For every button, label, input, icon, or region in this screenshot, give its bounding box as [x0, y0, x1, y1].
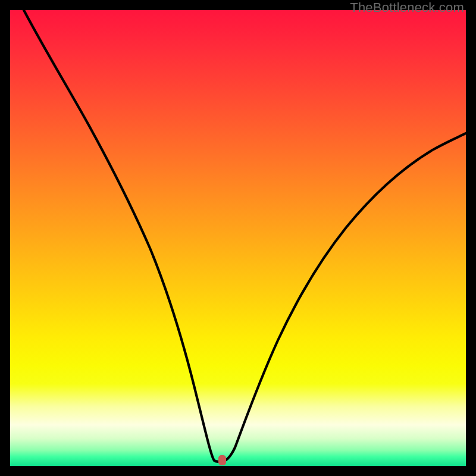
optimum-marker: [218, 455, 226, 465]
plot-area: [10, 10, 466, 466]
watermark-text: TheBottleneck.com: [350, 0, 464, 15]
curve-path: [24, 10, 466, 462]
bottleneck-curve: [10, 10, 466, 466]
